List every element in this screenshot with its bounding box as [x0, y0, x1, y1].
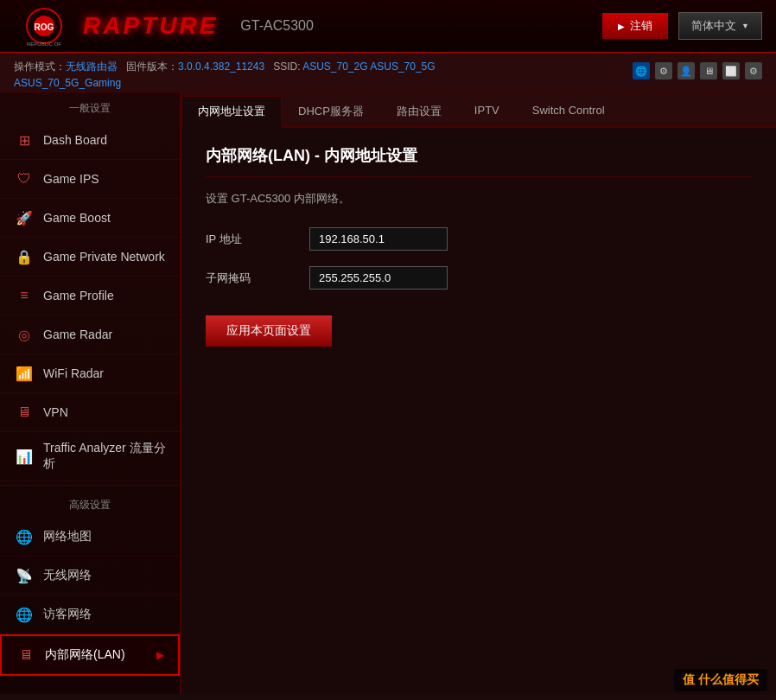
advanced-section-title: 高级设置	[0, 489, 180, 518]
game-profile-icon: ≡	[14, 285, 35, 306]
sidebar-item-label: Game Private Network	[43, 250, 165, 264]
info-text: 操作模式：无线路由器 固件版本：3.0.0.4.382_11243 SSID: …	[14, 59, 436, 92]
content-area: 内网地址设置 DHCP服务器 路由设置 IPTV Switch Control …	[181, 92, 776, 694]
sidebar-item-game-radar[interactable]: ◎ Game Radar	[0, 315, 180, 354]
sidebar-item-label: Dash Board	[43, 133, 107, 147]
general-section-title: 一般设置	[0, 92, 180, 121]
tab-switch-control[interactable]: Switch Control	[516, 96, 621, 128]
main-layout: 一般设置 ⊞ Dash Board 🛡 Game IPS 🚀 Game Boos…	[0, 92, 776, 694]
firmware-value: 3.0.0.4.382_11243	[178, 60, 264, 73]
header-actions: 注销 简体中文	[602, 12, 762, 40]
dashboard-icon: ⊞	[14, 130, 35, 150]
apply-button[interactable]: 应用本页面设置	[206, 315, 332, 347]
lan-icon: 🖥	[16, 645, 36, 665]
sidebar-item-wifi-radar[interactable]: 📶 WiFi Radar	[0, 354, 180, 393]
tab-route[interactable]: 路由设置	[380, 96, 458, 128]
sidebar-item-wireless[interactable]: 📡 无线网络	[0, 557, 180, 595]
vpn-icon: 🖥	[14, 402, 35, 423]
ip-label: IP 地址	[206, 232, 309, 247]
subnet-label: 子网掩码	[206, 270, 309, 286]
section-desc: 设置 GT-AC5300 内部网络。	[206, 191, 752, 207]
mode-label: 操作模式：	[14, 60, 66, 73]
info-bar: 操作模式：无线路由器 固件版本：3.0.0.4.382_11243 SSID: …	[0, 54, 776, 92]
game-private-network-icon: 🔒	[14, 246, 35, 267]
sidebar-item-label: Game Boost	[43, 211, 111, 225]
user-icon[interactable]: 👤	[677, 62, 695, 80]
sidebar-item-network-map[interactable]: 🌐 网络地图	[0, 518, 180, 557]
ip-input[interactable]	[309, 227, 448, 251]
mode-value[interactable]: 无线路由器	[66, 60, 118, 73]
subnet-input[interactable]	[309, 266, 448, 290]
game-ips-icon: 🛡	[14, 169, 35, 189]
sidebar-item-lan[interactable]: 🖥 内部网络(LAN) ▶	[0, 634, 180, 676]
page-content: 内部网络(LAN) - 内网地址设置 设置 GT-AC5300 内部网络。 IP…	[181, 128, 776, 694]
watermark: 值 什么值得买	[674, 669, 767, 691]
game-radar-icon: ◎	[14, 324, 35, 345]
ssid-label: SSID:	[273, 60, 300, 73]
model-name: GT-AC5300	[240, 18, 313, 34]
tab-iptv[interactable]: IPTV	[458, 96, 516, 128]
section-divider	[206, 176, 752, 177]
ssid1[interactable]: ASUS_70_2G	[302, 60, 367, 73]
sidebar-item-label: 内部网络(LAN)	[45, 647, 125, 663]
brand-name: RAPTURE	[83, 12, 218, 40]
firmware-label: 固件版本：	[126, 60, 178, 73]
sidebar-item-label: Game IPS	[43, 172, 99, 186]
network-map-icon: 🌐	[14, 526, 35, 547]
icon-bar: 🌐 ⚙ 👤 🖥 ⬜ ⚙	[633, 59, 762, 80]
svg-text:ROG: ROG	[35, 22, 54, 32]
page-title: 内部网络(LAN) - 内网地址设置	[206, 145, 752, 166]
sidebar-item-label: Game Profile	[43, 289, 114, 302]
lan-arrow: ▶	[156, 649, 164, 661]
settings-icon[interactable]: ⚙	[655, 62, 672, 80]
advanced-icon[interactable]: ⚙	[745, 62, 762, 80]
tab-lan-ip[interactable]: 内网地址设置	[181, 96, 282, 128]
language-button[interactable]: 简体中文	[678, 12, 762, 40]
ip-address-row: IP 地址	[206, 227, 752, 251]
sidebar-item-label: VPN	[43, 405, 68, 419]
sidebar-item-label: Traffic Analyzer 流量分析	[43, 441, 166, 472]
subnet-mask-row: 子网掩码	[206, 266, 752, 290]
cancel-button[interactable]: 注销	[602, 13, 668, 39]
sidebar-item-label: 网络地图	[43, 529, 92, 544]
logo-area: ROG REPUBLIC OF GAMERS RAPTURE GT-AC5300	[14, 4, 314, 48]
guest-icon: 🌐	[14, 604, 35, 625]
network-icon[interactable]: 🌐	[633, 62, 650, 80]
wireless-icon: 📡	[14, 565, 35, 586]
sidebar-item-game-boost[interactable]: 🚀 Game Boost	[0, 199, 180, 238]
sidebar-item-label: WiFi Radar	[43, 366, 104, 380]
monitor-icon[interactable]: 🖥	[700, 62, 717, 80]
sidebar-item-game-profile[interactable]: ≡ Game Profile	[0, 277, 180, 315]
wifi-radar-icon: 📶	[14, 363, 35, 384]
sidebar-item-label: Game Radar	[43, 328, 112, 341]
game-boost-icon: 🚀	[14, 207, 35, 228]
sidebar-item-guest[interactable]: 🌐 访客网络	[0, 595, 180, 634]
sidebar-item-label: 无线网络	[43, 568, 92, 583]
sidebar-divider	[0, 485, 180, 486]
tab-dhcp[interactable]: DHCP服务器	[282, 96, 380, 128]
ssid2[interactable]: ASUS_70_5G	[370, 60, 435, 73]
traffic-icon: 📊	[14, 446, 35, 467]
rog-logo: ROG REPUBLIC OF GAMERS	[14, 4, 74, 48]
ssid3[interactable]: ASUS_70_5G_Gaming	[14, 77, 121, 89]
sidebar-item-dashboard[interactable]: ⊞ Dash Board	[0, 121, 180, 160]
sidebar-item-vpn[interactable]: 🖥 VPN	[0, 393, 180, 432]
sidebar-item-game-ips[interactable]: 🛡 Game IPS	[0, 160, 180, 199]
sidebar-item-game-private-network[interactable]: 🔒 Game Private Network	[0, 238, 180, 277]
sidebar: 一般设置 ⊞ Dash Board 🛡 Game IPS 🚀 Game Boos…	[0, 92, 181, 694]
sidebar-item-label: 访客网络	[43, 607, 92, 622]
usb-icon[interactable]: ⬜	[722, 62, 740, 80]
tabs-bar: 内网地址设置 DHCP服务器 路由设置 IPTV Switch Control	[181, 92, 776, 128]
sidebar-item-traffic-analyzer[interactable]: 📊 Traffic Analyzer 流量分析	[0, 432, 180, 481]
header: ROG REPUBLIC OF GAMERS RAPTURE GT-AC5300…	[0, 0, 776, 54]
svg-text:REPUBLIC OF: REPUBLIC OF	[27, 41, 61, 47]
